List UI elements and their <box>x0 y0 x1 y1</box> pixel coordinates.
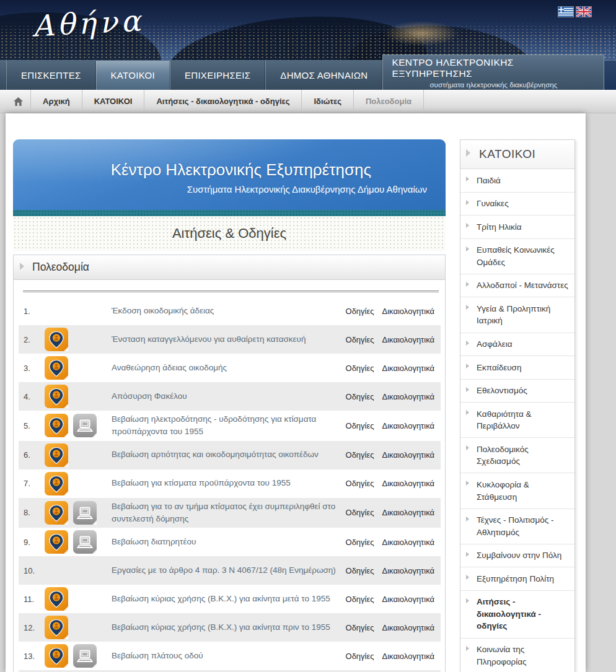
documents-link[interactable]: Δικαιολογητικά <box>382 335 434 344</box>
service-title-link[interactable]: Βεβαίωση κύριας χρήσης (Β.Κ.Χ.) για ακίν… <box>102 593 346 605</box>
map-pin-service-icon[interactable] <box>45 385 68 408</box>
sidebar-item[interactable]: Κυκλοφορία & Στάθμευση <box>460 473 574 508</box>
sidebar-item[interactable]: Αιτήσεις - δικαιολογητικά - οδηγίες <box>460 591 574 639</box>
sidebar-item[interactable]: Ευπαθείς Κοινωνικές Ομάδες <box>460 239 574 274</box>
service-title-link[interactable]: Βεβαίωση κύριας χρήσης (Β.Κ.Χ.) για ακίν… <box>102 621 346 634</box>
nav-tab-επισκεπτες[interactable]: ΕΠΙΣΚΕΠΤΕΣ <box>6 61 96 90</box>
instructions-link[interactable]: Οδηγίες <box>346 335 374 344</box>
service-title-link[interactable]: Βεβαίωση πλάτους οδού <box>102 650 346 662</box>
sidebar-item[interactable]: Καθαριότητα & Περιβάλλον <box>460 403 574 438</box>
documents-link[interactable]: Δικαιολογητικά <box>382 364 434 373</box>
chevron-right-icon <box>466 387 469 392</box>
map-pin-service-icon[interactable] <box>45 414 68 437</box>
instructions-link[interactable]: Οδηγίες <box>346 538 374 547</box>
documents-link[interactable]: Δικαιολογητικά <box>382 652 434 661</box>
sidebar-column: ΚΑΤΟΙΚΟΙ ΠαιδιάΓυναίκεςΤρίτη ΗλικίαΕυπαθ… <box>460 139 575 672</box>
service-title-link[interactable]: Βεβαίωση ηλεκτροδότησης - υδροδότησης γι… <box>102 413 346 439</box>
service-title-link[interactable]: Βεβαίωση για κτίσματα προϋπάρχοντα του 1… <box>102 477 346 489</box>
instructions-link[interactable]: Οδηγίες <box>346 566 374 575</box>
map-pin-service-icon[interactable] <box>45 328 68 351</box>
online-service-computer-icon[interactable] <box>73 530 97 554</box>
instructions-link[interactable]: Οδηγίες <box>346 392 374 401</box>
breadcrumb-item[interactable]: ΚΑΤΟΙΚΟΙ <box>82 90 145 113</box>
nav-tab-επιχειρησεις[interactable]: ΕΠΙΧΕΙΡΗΣΕΙΣ <box>170 61 265 90</box>
map-pin-service-icon[interactable] <box>45 644 68 668</box>
instructions-link[interactable]: Οδηγίες <box>346 623 374 632</box>
chevron-right-icon <box>466 410 469 415</box>
sidebar-item[interactable]: Υγεία & Προληπτική Ιατρική <box>460 297 574 333</box>
documents-link[interactable]: Δικαιολογητικά <box>382 450 434 460</box>
service-title-link[interactable]: Έκδοση οικοδομικής άδειας <box>102 305 346 317</box>
breadcrumb-item[interactable]: Ιδιώτες <box>302 90 353 113</box>
service-row-number: 3. <box>24 364 42 373</box>
documents-link[interactable]: Δικαιολογητικά <box>382 508 434 517</box>
sidebar-item[interactable]: Εκπαίδευση <box>460 356 574 380</box>
sidebar-item[interactable]: Συμβαίνουν στην Πόλη <box>460 544 574 568</box>
breadcrumb-item[interactable]: Αρχική <box>31 90 82 113</box>
service-title-link[interactable]: Ένσταση καταγγελλόμενου για αυθαίρετη κα… <box>102 333 346 346</box>
computer-icon-slot <box>73 414 97 437</box>
map-pin-service-icon[interactable] <box>45 530 68 554</box>
online-service-computer-icon[interactable] <box>73 644 97 668</box>
service-title-link[interactable]: Βεβαίωση διατηρητέου <box>102 536 346 548</box>
breadcrumb-item: Πολεοδομία <box>354 90 424 113</box>
instructions-link[interactable]: Οδηγίες <box>346 450 374 460</box>
sidebar-item[interactable]: Τρίτη Ηλικία <box>460 216 574 239</box>
map-pin-icon-slot <box>45 443 68 467</box>
service-title-link[interactable]: Βεβαίωση για το αν τμήμα κτίσματος έχει … <box>102 500 346 526</box>
map-pin-service-icon[interactable] <box>45 616 68 639</box>
instructions-link[interactable]: Οδηγίες <box>346 595 374 604</box>
documents-link[interactable]: Δικαιολογητικά <box>382 307 434 316</box>
service-title-link[interactable]: Απόσυρση Φακέλου <box>102 390 346 403</box>
service-title-link[interactable]: Βεβαίωση αρτιότητας και οικοδομησιμότητα… <box>102 448 346 461</box>
documents-link[interactable]: Δικαιολογητικά <box>382 566 434 575</box>
sidebar-item[interactable]: Εθελοντισμός <box>460 380 574 403</box>
navbar-right-cap <box>604 61 616 90</box>
documents-link[interactable]: Δικαιολογητικά <box>382 623 434 632</box>
service-title-link[interactable]: Αναθεώρηση άδειας οικοδομής <box>102 362 346 374</box>
documents-link[interactable]: Δικαιολογητικά <box>382 479 434 488</box>
map-pin-service-icon[interactable] <box>45 587 68 611</box>
nav-tab-κατοικοι[interactable]: ΚΑΤΟΙΚΟΙ <box>96 61 170 90</box>
sidebar-item[interactable]: Παιδιά <box>460 169 574 193</box>
map-pin-service-icon[interactable] <box>45 472 68 495</box>
sidebar-item[interactable]: Εξυπηρέτηση Πολίτη <box>460 567 574 591</box>
service-title-link[interactable]: Εργασίες με το άρθρο 4 παρ. 3 Ν 4067/12 … <box>102 564 346 577</box>
instructions-link[interactable]: Οδηγίες <box>346 652 374 661</box>
online-service-computer-icon[interactable] <box>73 414 97 437</box>
chevron-right-icon <box>466 305 469 310</box>
instructions-link[interactable]: Οδηγίες <box>346 479 374 488</box>
documents-link[interactable]: Δικαιολογητικά <box>382 392 434 401</box>
sidebar-menu: ΚΑΤΟΙΚΟΙ ΠαιδιάΓυναίκεςΤρίτη ΗλικίαΕυπαθ… <box>460 139 575 672</box>
sidebar-item[interactable]: Τέχνες - Πολιτισμός - Αθλητισμός <box>460 509 574 544</box>
instructions-link[interactable]: Οδηγίες <box>346 364 374 373</box>
instructions-link[interactable]: Οδηγίες <box>346 307 374 316</box>
tab-kentro-ilektronikis-exypiretisis[interactable]: ΚΕΝΤΡΟ ΗΛΕΚΤΡΟΝΙΚΗΣ ΕΞΥΠΗΡΕΤΗΣΗΣ συστήμα… <box>382 55 604 90</box>
instructions-link[interactable]: Οδηγίες <box>346 508 374 517</box>
documents-link[interactable]: Δικαιολογητικά <box>382 421 434 430</box>
uk-flag-icon[interactable] <box>576 7 591 17</box>
breadcrumb-item[interactable]: Αιτήσεις - δικαιολογητικά - οδηγίες <box>144 90 302 113</box>
chevron-right-icon <box>466 364 469 369</box>
documents-link[interactable]: Δικαιολογητικά <box>382 538 434 547</box>
sidebar-item[interactable]: Πολεοδομικός Σχεδιασμός <box>460 438 574 473</box>
map-pin-service-icon[interactable] <box>45 501 68 525</box>
documents-link[interactable]: Δικαιολογητικά <box>382 595 434 604</box>
service-row: 11. Βεβαίωση κύριας χρήσης (Β.Κ.Χ.) για … <box>19 585 441 613</box>
sidebar-item[interactable]: Ασφάλεια <box>460 333 574 357</box>
service-row-number: 1. <box>24 307 42 316</box>
greek-flag-icon[interactable] <box>558 7 573 17</box>
nav-tab-δημος-αθηναιων[interactable]: ΔΗΜΟΣ ΑΘΗΝΑΙΩΝ <box>265 61 382 90</box>
map-pin-service-icon[interactable] <box>45 356 68 380</box>
sidebar-item[interactable]: Αλλοδαποί - Μετανάστες <box>460 274 574 298</box>
breadcrumb-home[interactable] <box>6 90 31 113</box>
online-service-computer-icon[interactable] <box>73 501 97 525</box>
empty-icon-slot <box>45 559 68 582</box>
sidebar-item[interactable]: Κοινωνία της Πληροφορίας <box>460 639 574 672</box>
service-row-links: ΟδηγίεςΔικαιολογητικά <box>346 623 436 632</box>
banner-subtitle: Συστήματα Ηλεκτρονικής Διακυβέρνησης Δήμ… <box>13 184 446 194</box>
sidebar-item[interactable]: Γυναίκες <box>460 193 574 216</box>
map-pin-service-icon[interactable] <box>45 443 68 467</box>
list-category-header: Πολεοδομία <box>14 255 445 280</box>
instructions-link[interactable]: Οδηγίες <box>346 421 374 430</box>
